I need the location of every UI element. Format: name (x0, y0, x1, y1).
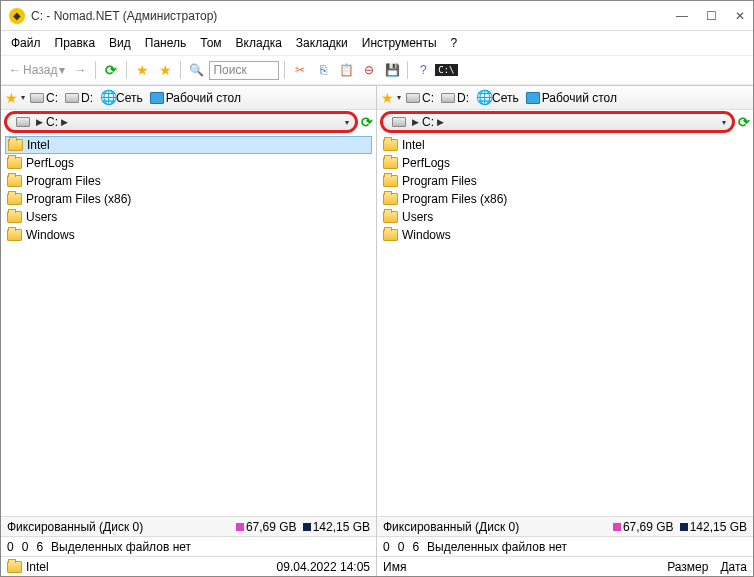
refresh-icon[interactable]: ⟳ (101, 60, 121, 80)
toolbar: ← Назад ▾ → ⟳ ★ ★ 🔍 Поиск ✂ ⎘ 📋 ⊖ 💾 ? C:… (1, 55, 753, 85)
terminal-icon[interactable]: C:\ (436, 60, 456, 80)
save-icon[interactable]: 💾 (382, 60, 402, 80)
menu-file[interactable]: Файл (11, 36, 41, 50)
menu-tools[interactable]: Инструменты (362, 36, 437, 50)
selection-bar: 0 0 6 Выделенных файлов нет (377, 536, 753, 556)
app-icon: ◆ (9, 8, 25, 24)
back-button[interactable]: ← Назад ▾ (9, 63, 65, 77)
selection-text: Выделенных файлов нет (51, 540, 191, 554)
menu-volume[interactable]: Том (200, 36, 221, 50)
list-item[interactable]: Program Files (5, 172, 372, 190)
selection-bar: 0 0 6 Выделенных файлов нет (1, 536, 376, 556)
dropdown-icon[interactable]: ▾ (21, 93, 25, 102)
drive-icon (392, 117, 406, 127)
menu-panel[interactable]: Панель (145, 36, 186, 50)
folder-icon (383, 139, 398, 151)
menu-help[interactable]: ? (451, 36, 458, 50)
address-input[interactable]: ▶ C: ▶ ▾ (4, 111, 358, 133)
folder-icon (7, 193, 22, 205)
favorites-icon[interactable]: ★ (5, 90, 18, 106)
disk-total: 142,15 GB (303, 520, 370, 534)
refresh-icon[interactable]: ⟳ (738, 114, 750, 130)
close-button[interactable]: ✕ (735, 9, 745, 23)
info-date: 09.04.2022 14:05 (277, 560, 370, 574)
folder-icon (7, 561, 22, 573)
disk-type: Фиксированный (Диск 0) (383, 520, 607, 534)
dropdown-icon[interactable]: ▾ (397, 93, 401, 102)
drive-d[interactable]: D: (439, 90, 471, 106)
drive-desktop[interactable]: Рабочий стол (148, 90, 243, 106)
window-controls: — ☐ ✕ (676, 9, 745, 23)
favorite-icon[interactable]: ★ (132, 60, 152, 80)
right-panel: ★ ▾ C: D: 🌐Сеть Рабочий стол ▶ C: ▶ ▾ ⟳ … (377, 86, 753, 576)
list-item[interactable]: Users (381, 208, 749, 226)
menu-bar: Файл Правка Вид Панель Том Вкладка Закла… (1, 31, 753, 55)
list-item[interactable]: Program Files (x86) (5, 190, 372, 208)
folder-icon (7, 211, 22, 223)
left-panel: ★ ▾ C: D: 🌐Сеть Рабочий стол ▶ C: ▶ ▾ ⟳ … (1, 86, 377, 576)
folder-icon (383, 211, 398, 223)
disk-free: 67,69 GB (236, 520, 297, 534)
list-item[interactable]: Windows (5, 226, 372, 244)
list-item[interactable]: Windows (381, 226, 749, 244)
drive-d[interactable]: D: (63, 90, 95, 106)
address-input[interactable]: ▶ C: ▶ ▾ (380, 111, 735, 133)
dropdown-icon[interactable]: ▾ (345, 118, 349, 127)
drive-bar: ★ ▾ C: D: 🌐Сеть Рабочий стол (1, 86, 376, 110)
col-date[interactable]: Дата (720, 560, 747, 574)
refresh-icon[interactable]: ⟳ (361, 114, 373, 130)
chevron-right-icon: ▶ (412, 117, 419, 127)
cut-icon[interactable]: ✂ (290, 60, 310, 80)
favorites-icon[interactable]: ★ (381, 90, 394, 106)
col-name[interactable]: Имя (383, 560, 406, 574)
folder-icon (8, 139, 23, 151)
drive-icon (16, 117, 30, 127)
list-item[interactable]: Intel (381, 136, 749, 154)
list-item[interactable]: Program Files (x86) (381, 190, 749, 208)
status-bar: Фиксированный (Диск 0) 67,69 GB 142,15 G… (1, 516, 376, 536)
dropdown-icon[interactable]: ▾ (722, 118, 726, 127)
list-item[interactable]: PerfLogs (381, 154, 749, 172)
menu-view[interactable]: Вид (109, 36, 131, 50)
folder-icon (7, 175, 22, 187)
list-item[interactable]: Program Files (381, 172, 749, 190)
drive-network[interactable]: 🌐Сеть (474, 90, 521, 106)
drive-c[interactable]: C: (28, 90, 60, 106)
folder-icon (383, 193, 398, 205)
delete-icon[interactable]: ⊖ (359, 60, 379, 80)
selection-text: Выделенных файлов нет (427, 540, 567, 554)
panels: ★ ▾ C: D: 🌐Сеть Рабочий стол ▶ C: ▶ ▾ ⟳ … (1, 85, 753, 576)
chevron-right-icon: ▶ (61, 117, 68, 127)
folder-icon (383, 229, 398, 241)
drive-desktop[interactable]: Рабочий стол (524, 90, 619, 106)
info-name: Intel (26, 560, 49, 574)
folder-icon (383, 157, 398, 169)
folder-icon (7, 229, 22, 241)
list-item[interactable]: Users (5, 208, 372, 226)
forward-button[interactable]: → (70, 60, 90, 80)
list-item[interactable]: PerfLogs (5, 154, 372, 172)
search-icon[interactable]: 🔍 (186, 60, 206, 80)
address-bar: ▶ C: ▶ ▾ ⟳ (1, 110, 376, 134)
favorite-add-icon[interactable]: ★ (155, 60, 175, 80)
maximize-button[interactable]: ☐ (706, 9, 717, 23)
file-list[interactable]: Intel PerfLogs Program Files Program Fil… (377, 134, 753, 516)
address-path: C: (46, 115, 58, 129)
drive-c[interactable]: C: (404, 90, 436, 106)
search-input[interactable]: Поиск (209, 61, 279, 80)
drive-network[interactable]: 🌐Сеть (98, 90, 145, 106)
window-title: C: - Nomad.NET (Администратор) (31, 9, 676, 23)
file-list[interactable]: Intel PerfLogs Program Files Program Fil… (1, 134, 376, 516)
disk-type: Фиксированный (Диск 0) (7, 520, 230, 534)
paste-icon[interactable]: 📋 (336, 60, 356, 80)
list-item[interactable]: Intel (5, 136, 372, 154)
minimize-button[interactable]: — (676, 9, 688, 23)
col-size[interactable]: Размер (667, 560, 708, 574)
help-icon[interactable]: ? (413, 60, 433, 80)
menu-tab[interactable]: Вкладка (236, 36, 282, 50)
drive-bar: ★ ▾ C: D: 🌐Сеть Рабочий стол (377, 86, 753, 110)
menu-bookmarks[interactable]: Закладки (296, 36, 348, 50)
menu-edit[interactable]: Правка (55, 36, 96, 50)
copy-icon[interactable]: ⎘ (313, 60, 333, 80)
folder-icon (383, 175, 398, 187)
